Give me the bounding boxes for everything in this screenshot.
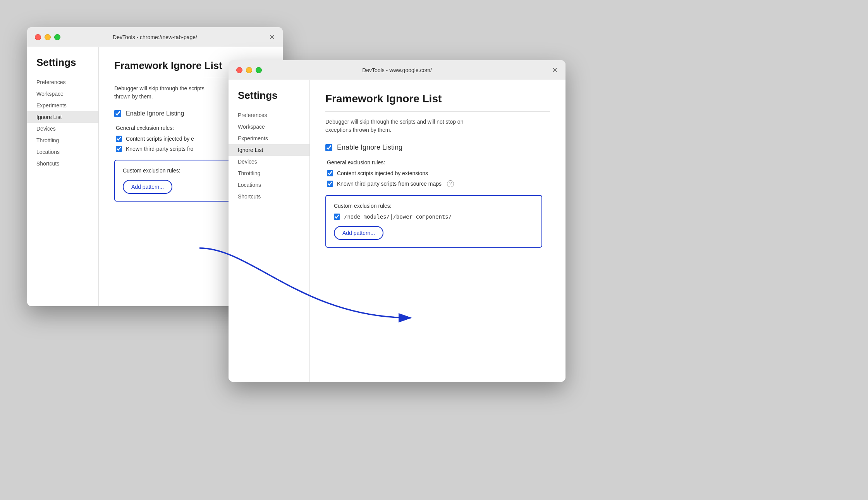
sidebar-item-preferences-1[interactable]: Preferences [27,76,98,88]
window-close-btn-1[interactable]: ✕ [269,34,275,41]
rule2-label-1: Known third-party scripts fro [126,146,193,152]
section-label-2: General exclusion rules: [325,159,550,166]
sidebar-item-workspace-2[interactable]: Workspace [229,121,309,133]
enable-ignore-checkbox-1[interactable] [114,110,121,117]
sidebar-item-ignorelist-2[interactable]: Ignore List [229,144,309,156]
minimize-traffic-light-1[interactable] [45,34,51,40]
enable-ignore-label-1: Enable Ignore Listing [126,110,184,117]
rule1-row-2: Content scripts injected by extensions [325,170,550,176]
window-2: DevTools - www.google.com/ ✕ Settings Pr… [229,60,565,382]
maximize-traffic-light-1[interactable] [54,34,60,40]
custom-rule-text-2: /node_modules/|/bower_components/ [344,214,452,220]
sidebar-item-throttling-1[interactable]: Throttling [27,134,98,146]
sidebar-item-shortcuts-1[interactable]: Shortcuts [27,158,98,169]
maximize-traffic-light-2[interactable] [256,67,262,73]
traffic-lights-1 [35,34,60,40]
description-2: Debugger will skip through the scripts a… [325,118,550,134]
sidebar-heading-2: Settings [229,90,309,109]
sidebar-item-locations-1[interactable]: Locations [27,146,98,158]
rule1-checkbox-2[interactable] [327,170,333,176]
main-content-2: Framework Ignore List Debugger will skip… [310,80,565,382]
sidebar-item-experiments-2[interactable]: Experiments [229,133,309,144]
sidebar-item-experiments-1[interactable]: Experiments [27,100,98,111]
rule1-label-1: Content scripts injected by e [126,136,194,142]
titlebar-1: DevTools - chrome://new-tab-page/ ✕ [27,27,283,47]
rule2-checkbox-1[interactable] [116,146,122,152]
custom-rule-checkbox-2[interactable] [334,214,340,220]
description-1: Debugger will skip through the scriptsth… [114,84,242,101]
sidebar-2: Settings Preferences Workspace Experimen… [229,80,310,382]
help-icon-2[interactable]: ? [447,180,454,187]
rule2-checkbox-2[interactable] [327,181,333,187]
sidebar-item-shortcuts-2[interactable]: Shortcuts [229,191,309,202]
sidebar-item-locations-2[interactable]: Locations [229,179,309,191]
rule1-checkbox-1[interactable] [116,136,122,142]
sidebar-1: Settings Preferences Workspace Experimen… [27,47,99,306]
devtools-body-2: Settings Preferences Workspace Experimen… [229,80,565,382]
window-close-btn-2[interactable]: ✕ [552,67,558,74]
sidebar-item-workspace-1[interactable]: Workspace [27,88,98,100]
custom-rule-row-2: /node_modules/|/bower_components/ [334,214,534,220]
add-pattern-btn-1[interactable]: Add pattern... [123,180,172,194]
custom-exclusion-box-2: Custom exclusion rules: /node_modules/|/… [325,195,542,248]
sidebar-item-devices-2[interactable]: Devices [229,156,309,167]
custom-box-title-2: Custom exclusion rules: [334,203,534,209]
traffic-lights-2 [236,67,262,73]
close-traffic-light-1[interactable] [35,34,41,40]
rule1-label-2: Content scripts injected by extensions [337,170,428,176]
sidebar-item-ignorelist-1[interactable]: Ignore List [27,111,98,123]
rule2-row-2: Known third-party scripts from source ma… [325,180,550,187]
divider-2 [325,111,550,112]
content-title-2: Framework Ignore List [325,93,550,105]
enable-ignore-row-2: Enable Ignore Listing [325,143,550,152]
rule2-label-2: Known third-party scripts from source ma… [337,181,442,187]
minimize-traffic-light-2[interactable] [246,67,252,73]
sidebar-item-devices-1[interactable]: Devices [27,123,98,134]
sidebar-item-preferences-2[interactable]: Preferences [229,109,309,121]
sidebar-item-throttling-2[interactable]: Throttling [229,167,309,179]
sidebar-heading-1: Settings [27,57,98,76]
close-traffic-light-2[interactable] [236,67,242,73]
window-title-2: DevTools - www.google.com/ [236,67,558,73]
titlebar-2: DevTools - www.google.com/ ✕ [229,60,565,80]
add-pattern-btn-2[interactable]: Add pattern... [334,226,383,240]
enable-ignore-checkbox-2[interactable] [325,144,332,151]
window-title-1: DevTools - chrome://new-tab-page/ [35,34,275,40]
enable-ignore-label-2: Enable Ignore Listing [337,143,402,152]
